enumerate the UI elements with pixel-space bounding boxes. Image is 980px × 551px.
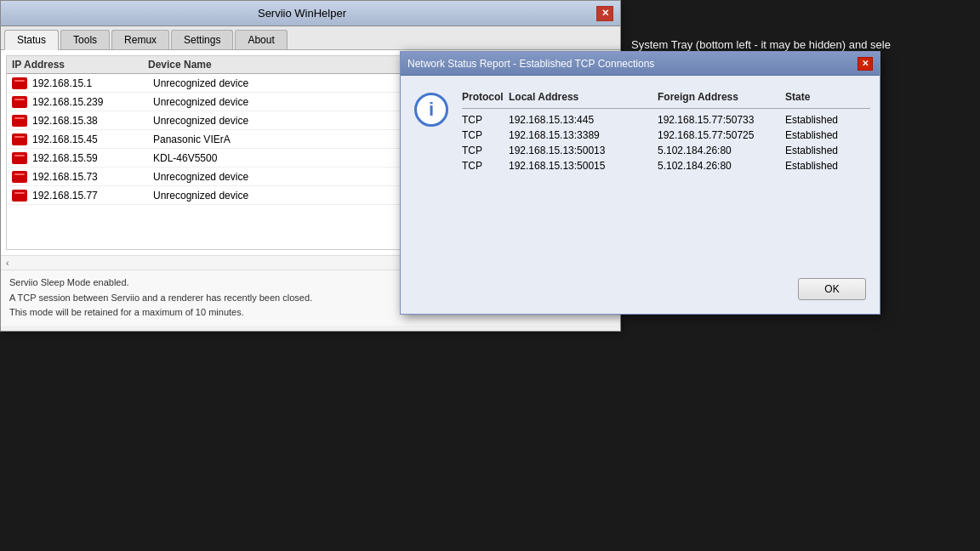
device-icon (12, 133, 27, 145)
cell-ip: 192.168.15.1 (32, 77, 153, 89)
cell-ip: 192.168.15.77 (32, 190, 153, 202)
conn-foreign: 5.102.184.26:80 (658, 145, 785, 156)
tab-tools[interactable]: Tools (60, 30, 110, 49)
conn-col-state-header: State (785, 91, 870, 103)
dialog-body: i Protocol Local Address Foreign Address… (401, 76, 880, 314)
conn-protocol: TCP (462, 114, 509, 126)
device-icon (12, 96, 27, 108)
conn-data-row: TCP 192.168.15.13:50015 5.102.184.26:80 … (462, 158, 870, 173)
dialog-title: Network Status Report - Established TCP … (407, 58, 654, 70)
conn-state: Established (785, 160, 870, 172)
tab-status[interactable]: Status (4, 30, 59, 50)
device-icon (12, 77, 27, 89)
conn-foreign: 192.168.15.77:50725 (658, 129, 785, 141)
conn-state: Established (785, 114, 870, 126)
conn-state: Established (785, 145, 870, 156)
device-icon (12, 190, 27, 202)
conn-col-foreign-header: Foreign Address (658, 91, 785, 103)
conn-local: 192.168.15.13:3389 (509, 129, 658, 141)
window-titlebar: Serviio WinHelper ✕ (1, 1, 620, 26)
dialog-content: i Protocol Local Address Foreign Address… (414, 89, 866, 270)
cell-ip: 192.168.15.59 (32, 152, 153, 164)
ok-button[interactable]: OK (798, 278, 866, 300)
device-icon (12, 115, 27, 127)
cell-ip: 192.168.15.239 (32, 96, 153, 108)
conn-local: 192.168.15.13:50013 (509, 145, 658, 156)
window-title: Serviio WinHelper (8, 7, 596, 20)
conn-table-header: Protocol Local Address Foreign Address S… (462, 89, 870, 109)
cell-ip: 192.168.15.73 (32, 171, 153, 183)
conn-table-body: TCP 192.168.15.13:445 192.168.15.77:5073… (462, 112, 870, 173)
tab-about[interactable]: About (235, 30, 287, 49)
conn-col-local-header: Local Address (509, 91, 658, 103)
conn-data-row: TCP 192.168.15.13:445 192.168.15.77:5073… (462, 112, 870, 128)
conn-state: Established (785, 129, 870, 141)
cell-ip: 192.168.15.38 (32, 115, 153, 127)
tab-remux[interactable]: Remux (111, 30, 169, 49)
tabs-bar: Status Tools Remux Settings About (1, 26, 620, 50)
conn-local: 192.168.15.13:445 (509, 114, 658, 126)
window-close-button[interactable]: ✕ (596, 6, 613, 21)
conn-protocol: TCP (462, 145, 509, 156)
conn-data-row: TCP 192.168.15.13:50013 5.102.184.26:80 … (462, 143, 870, 158)
connection-table: Protocol Local Address Foreign Address S… (462, 89, 870, 270)
cell-ip: 192.168.15.45 (32, 133, 153, 145)
conn-col-proto-header: Protocol (462, 91, 509, 103)
dialog-close-button[interactable]: ✕ (858, 57, 873, 71)
dialog-titlebar: Network Status Report - Established TCP … (401, 52, 880, 76)
background-text: System Tray (bottom left - it may be hid… (631, 38, 891, 51)
conn-foreign: 192.168.15.77:50733 (658, 114, 785, 126)
device-icon (12, 152, 27, 164)
device-icon (12, 171, 27, 183)
conn-foreign: 5.102.184.26:80 (658, 160, 785, 172)
conn-protocol: TCP (462, 129, 509, 141)
info-icon: i (414, 93, 448, 127)
col-header-ip: IP Address (12, 59, 148, 71)
conn-local: 192.168.15.13:50015 (509, 160, 658, 172)
network-status-dialog: Network Status Report - Established TCP … (400, 51, 880, 315)
conn-protocol: TCP (462, 160, 509, 172)
conn-data-row: TCP 192.168.15.13:3389 192.168.15.77:507… (462, 128, 870, 143)
tab-settings[interactable]: Settings (171, 30, 233, 49)
dialog-footer: OK (414, 270, 866, 300)
